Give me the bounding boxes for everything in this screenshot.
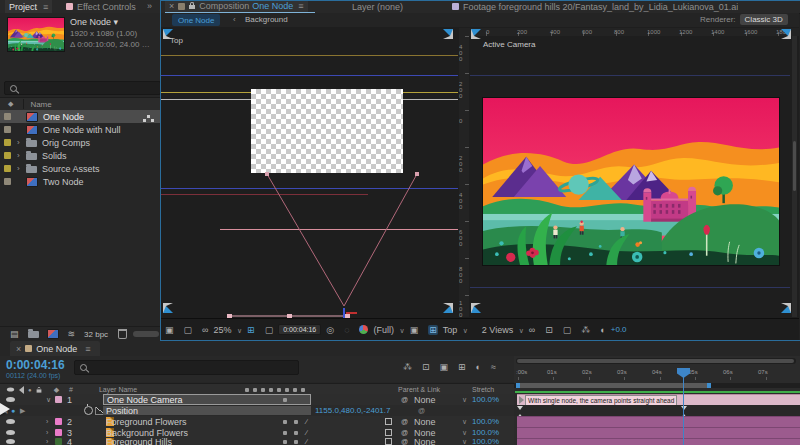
property-whip-icon[interactable]: @: [418, 407, 425, 414]
label-color[interactable]: [55, 438, 62, 445]
label-column-icon[interactable]: ◆: [54, 386, 59, 394]
interpret-footage-icon[interactable]: ▤: [10, 329, 19, 339]
tab-composition[interactable]: × Composition One Node ≡: [165, 0, 308, 12]
playhead-line[interactable]: [683, 368, 684, 445]
new-composition-icon[interactable]: [47, 329, 59, 339]
new-folder-icon[interactable]: [28, 331, 39, 338]
exposure-icon[interactable]: ◐: [600, 325, 605, 335]
position-value[interactable]: 1155.0,480.0,-2401.7: [315, 406, 390, 415]
show-channels-icon[interactable]: [359, 325, 368, 334]
layer-bar-background-flowers[interactable]: [517, 427, 800, 438]
solo-column-icon[interactable]: ●: [28, 387, 32, 393]
shy-toggle[interactable]: [283, 431, 287, 435]
mini-flowchart-icon[interactable]: ⁂: [581, 325, 590, 335]
label-color[interactable]: [4, 139, 11, 146]
label-color[interactable]: [4, 178, 11, 185]
work-area-start-handle[interactable]: [516, 383, 520, 388]
show-snapshot-icon[interactable]: ◌: [344, 325, 349, 335]
layer-name[interactable]: One Node Camera: [103, 394, 311, 405]
stretch-column-header[interactable]: Stretch: [472, 386, 494, 393]
navigator-thumb[interactable]: [517, 359, 794, 363]
project-item-solids[interactable]: › Solids: [0, 149, 160, 162]
stopwatch-icon[interactable]: [84, 406, 93, 415]
grid-options-icon[interactable]: ⊞: [247, 325, 255, 335]
region-of-interest-icon[interactable]: ▢: [265, 325, 274, 335]
shy-toggle[interactable]: [283, 440, 287, 444]
viewer-vertical-scrollbar[interactable]: [792, 36, 797, 317]
trash-icon[interactable]: [118, 329, 127, 339]
cube-3d-icon[interactable]: [385, 418, 392, 425]
cube-3d-icon[interactable]: [385, 438, 392, 445]
frame-blend-icon[interactable]: [277, 388, 281, 392]
view-dropdown[interactable]: Top ∨: [443, 325, 468, 335]
chevron-down-icon[interactable]: ∨: [462, 438, 467, 445]
layer-row-4[interactable]: › 4 Foreground Hills ∕ @ None ∨ 100.0%: [0, 438, 514, 445]
stereo-goggles-icon[interactable]: ∞: [202, 325, 208, 335]
rasterize-toggle[interactable]: [294, 420, 298, 424]
column-divider[interactable]: [23, 99, 24, 109]
tab-effect-controls[interactable]: Effect Controls: [66, 0, 136, 13]
shy-icon[interactable]: [245, 388, 249, 392]
snapshot-icon[interactable]: ◎: [326, 325, 334, 335]
flowchart-icon[interactable]: [147, 115, 150, 118]
parent-dropdown[interactable]: None: [414, 417, 436, 427]
magnification-dropdown[interactable]: 25% ∨: [213, 325, 242, 335]
twirl-icon[interactable]: ›: [17, 138, 26, 147]
chevron-down-icon[interactable]: ∨: [462, 429, 467, 437]
horizontal-ruler[interactable]: 0 200 400 600 800 1000 1200 1400 1600 18…: [459, 28, 799, 36]
twirl-icon[interactable]: ›: [46, 429, 48, 436]
project-search-input[interactable]: [4, 81, 161, 95]
work-area-track[interactable]: [514, 383, 800, 388]
twirl-icon[interactable]: ›: [17, 151, 26, 160]
panel-menu-icon[interactable]: ≡: [298, 1, 303, 11]
layer-name[interactable]: Foreground Hills: [106, 438, 172, 445]
layer-name[interactable]: Background Flowers: [106, 428, 188, 438]
close-icon[interactable]: ×: [169, 1, 174, 11]
mini-flowchart-icon[interactable]: ⁂: [403, 362, 412, 372]
layer-marker-icon[interactable]: [519, 396, 524, 404]
renderer-button[interactable]: Classic 3D: [740, 14, 788, 25]
motion-blur-icon[interactable]: [285, 388, 289, 392]
timeline-search-input[interactable]: [74, 360, 299, 375]
collapse-icon[interactable]: [253, 388, 257, 392]
project-item-one-node[interactable]: One Node: [0, 110, 160, 123]
project-item-orig-comps[interactable]: › Orig Comps: [0, 136, 160, 149]
shy-toggle[interactable]: [283, 420, 287, 424]
parent-whip-icon[interactable]: @: [401, 438, 408, 445]
rasterize-toggle[interactable]: [294, 431, 298, 435]
always-preview-icon[interactable]: ▣: [165, 325, 174, 335]
keyframe-indicator-icon[interactable]: ●: [11, 407, 15, 414]
stretch-value[interactable]: 100.0%: [472, 428, 499, 437]
tab-footage[interactable]: Footage foreground hills 20/Fantasy_land…: [452, 0, 738, 13]
timeline-timecode[interactable]: 0:00:04:16: [6, 358, 65, 372]
eye-icon[interactable]: [6, 430, 15, 435]
time-navigator[interactable]: [516, 358, 796, 364]
number-column-header[interactable]: #: [69, 386, 73, 393]
goggles-icon[interactable]: ∞: [529, 325, 535, 335]
property-name[interactable]: Position: [103, 406, 311, 415]
position-track[interactable]: [514, 405, 800, 416]
scrollbar-thumb[interactable]: [793, 141, 796, 191]
exposure-value[interactable]: +0.0: [611, 325, 627, 334]
twirl-icon[interactable]: ›: [46, 438, 48, 445]
camera-wireframe[interactable]: [161, 27, 458, 318]
quality-toggle-icon[interactable]: ∕: [306, 418, 307, 425]
tab-project[interactable]: Project ≡: [5, 0, 52, 13]
vertical-ruler[interactable]: 400 200 0 200 400 600 800 1000: [459, 36, 469, 317]
chevron-down-icon[interactable]: ∨: [462, 418, 467, 426]
stretch-value[interactable]: 100.0%: [472, 438, 499, 445]
label-color[interactable]: [55, 396, 62, 403]
parent-dropdown[interactable]: None: [414, 395, 436, 405]
layer-name[interactable]: Foreground Flowers: [106, 417, 187, 427]
label-color[interactable]: [4, 126, 11, 133]
transparency-grid-icon[interactable]: ⊞: [428, 325, 438, 335]
label-color[interactable]: [4, 152, 11, 159]
panel-menu-icon[interactable]: ≡: [85, 344, 90, 354]
resolution-dropdown[interactable]: (Full) ∨: [373, 325, 404, 335]
layer-name-column-header[interactable]: Layer Name: [99, 386, 137, 393]
parent-dropdown[interactable]: None: [414, 438, 436, 445]
target-region-icon[interactable]: ▣: [410, 325, 419, 335]
panel-menu-icon[interactable]: ≡: [43, 2, 48, 12]
project-item-source-assets[interactable]: › Source Assets: [0, 162, 160, 175]
motion-blur-icon[interactable]: ◐: [476, 362, 481, 372]
